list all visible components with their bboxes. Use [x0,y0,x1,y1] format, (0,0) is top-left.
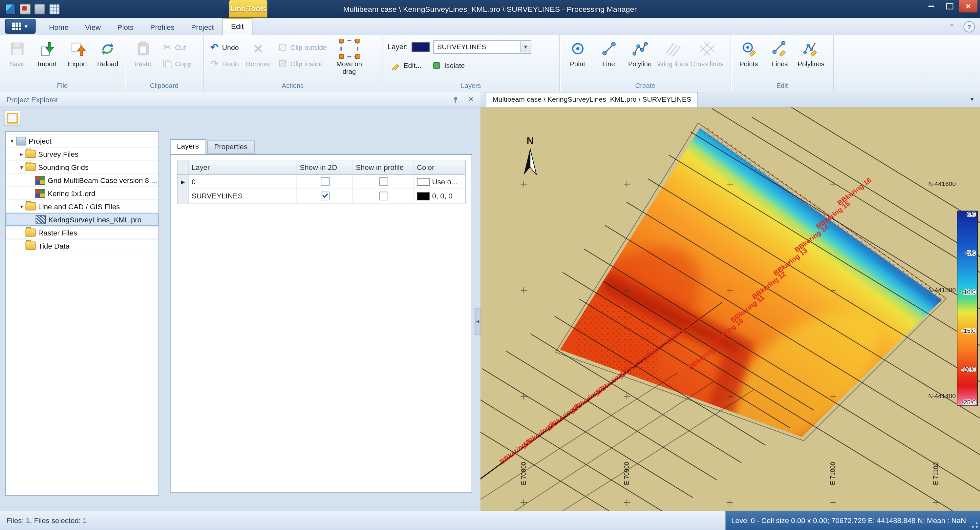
northing-label: N 441500 [928,287,956,294]
collapse-arrow-icon[interactable]: ▾ [18,164,25,170]
edit-pencil-icon [391,61,401,70]
easting-label: E 71000 [829,462,836,485]
map-document-tab[interactable]: Multibeam case \ KeringSurveyLines_KML.p… [485,92,698,108]
layer-name-cell[interactable]: 0 [189,175,298,189]
collapse-arrow-icon[interactable]: ▾ [8,138,16,144]
save-button[interactable]: Save [3,37,32,82]
tab-home[interactable]: Home [41,20,77,35]
tree-item-label: Survey Files [38,150,78,158]
tree-item[interactable]: ▸Survey Files [6,147,158,160]
show-in-2d-checkbox[interactable] [320,192,329,200]
pin-icon[interactable] [450,94,461,104]
quick-access-layout-icon[interactable] [49,3,60,14]
tab-profiles[interactable]: Profiles [142,20,183,35]
color-scale-bar: 0.0-5.0-10.0-15.0-20.0-25.0 [957,211,977,406]
quick-access-tool-icon[interactable] [20,3,30,14]
export-button[interactable]: Export [63,37,92,82]
clip-inside-button[interactable]: Clip inside [274,57,330,70]
cross-lines-button[interactable]: Cross lines [690,37,724,82]
column-color: Color [414,160,465,174]
close-button[interactable]: ✕ [959,0,977,13]
expand-arrow-icon[interactable]: ▸ [18,151,25,157]
reload-button[interactable]: Reload [93,37,122,82]
tree-item[interactable]: Kering 1x1.grd [6,187,158,200]
clip-outside-button[interactable]: Clip outside [274,41,330,54]
collapse-arrow-icon[interactable]: ▾ [18,203,25,209]
color-label: 0, 0, 0 [432,192,453,200]
tree-item[interactable]: Grid MultiBeam Case version 8.... [6,173,158,187]
tab-view[interactable]: View [77,20,109,35]
document-list-chevron-icon[interactable]: ▼ [969,96,975,102]
quick-access-zoom-icon[interactable] [35,3,45,14]
undo-icon: ↶ [209,42,220,52]
paste-button[interactable]: Paste [128,37,158,82]
move-on-drag-button[interactable]: Move on drag [331,37,367,82]
layer-color-swatch [412,42,429,51]
tree-item[interactable]: ▾Project [6,134,158,147]
remove-button[interactable]: ✕ Remove [243,37,273,82]
minimize-button[interactable] [922,0,940,13]
chevron-down-icon[interactable]: ▼ [520,41,531,52]
show-in-profile-checkbox[interactable] [379,178,388,186]
copy-button[interactable]: Copy [159,57,195,70]
cross-lines-icon [699,40,715,58]
layer-select[interactable]: SURVEYLINES ▼ [433,40,531,54]
tree-item[interactable]: Tide Data [6,239,158,252]
help-icon[interactable]: ? [964,21,975,32]
redo-button[interactable]: ↷ Redo [206,57,242,70]
app-menu-button[interactable]: ▼ [5,19,36,34]
show-in-2d-checkbox[interactable] [320,178,329,186]
edit-layers-button[interactable]: Edit... [388,59,425,72]
ribbon-group-edit: Points Lines Polylines Edit [731,35,834,91]
colorbar-label: -5.0 [965,250,976,257]
resize-grip[interactable] [972,522,978,528]
import-button[interactable]: Import [33,37,62,82]
tree-item[interactable]: Raster Files [6,226,158,239]
layer-name-cell[interactable]: SURVEYLINES [189,189,298,203]
layers-editor: LayersProperties Layer Show in 2D Show i… [170,140,472,493]
wing-lines-button[interactable]: Wing lines [656,37,689,82]
cut-button[interactable]: ✂ Cut [159,41,195,54]
titlebar: Multibeam case \ KeringSurveyLines_KML.p… [0,0,980,18]
tree-item-label: Tide Data [38,242,70,249]
map-panel: Multibeam case \ KeringSurveyLines_KML.p… [480,92,980,511]
layer-color-cell[interactable]: Use o... [414,175,465,189]
tab-project[interactable]: Project [183,20,222,35]
tree-item[interactable]: ▾Line and CAD / GIS Files [6,200,158,213]
tab-layers[interactable]: Layers [170,139,206,154]
layer-row[interactable]: ▶0Use o... [178,175,465,189]
tree-item[interactable]: ▾Sounding Grids [6,160,158,173]
tree-item[interactable]: KeringSurveyLines_KML.pro [6,213,158,226]
tab-edit[interactable]: Edit [222,18,253,35]
collapse-ribbon-icon[interactable]: ⌃ [947,22,957,32]
layer-color-cell[interactable]: 0, 0, 0 [414,189,465,203]
edit-polylines-button[interactable]: Polylines [796,37,826,82]
ribbon: Save Import Export [0,35,980,94]
create-polyline-button[interactable]: Polyline [625,37,655,82]
folder-icon [25,150,36,158]
show-in-profile-checkbox[interactable] [379,192,388,200]
tab-properties[interactable]: Properties [207,140,255,154]
undo-button[interactable]: ↶ Undo [206,41,242,54]
row-selector-header [178,160,189,174]
close-icon[interactable]: ✕ [465,94,477,104]
chevron-down-icon: ▼ [24,23,29,29]
create-line-button[interactable]: Line [594,37,624,82]
folder-icon [25,163,36,171]
column-layer: Layer [189,160,298,174]
copy-icon [162,59,172,68]
isolate-button[interactable]: Isolate [428,59,468,72]
edit-points-button[interactable]: Points [734,37,764,82]
layer-dialog-button[interactable] [4,110,20,126]
maximize-button[interactable] [940,0,959,13]
status-files: Files: 1, Files selected: 1 [0,511,725,530]
folder-icon [25,229,36,237]
color-swatch [417,178,430,186]
panel-collapse-handle[interactable]: ◀ [474,308,480,335]
layer-row[interactable]: SURVEYLINES0, 0, 0 [178,189,465,204]
edit-lines-button[interactable]: Lines [765,37,795,82]
map-canvas[interactable]: BBkering 1BBkering 2BBkering 3BBkering 4… [480,107,980,511]
tab-plots[interactable]: Plots [109,20,142,35]
create-point-button[interactable]: Point [563,37,592,82]
window-title: Multibeam case \ KeringSurveyLines_KML.p… [0,5,980,13]
